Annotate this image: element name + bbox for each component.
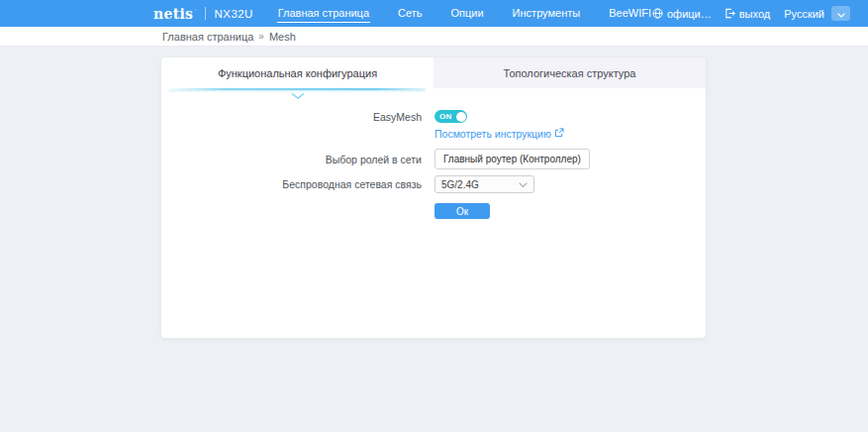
wireless-row: Беспроводная сетевая связь 5G/2.4G [161, 175, 706, 193]
instruction-link[interactable]: Посмотреть инструкцию [434, 128, 564, 140]
globe-icon [652, 8, 663, 19]
breadcrumb: Главная страница » Mesh [0, 27, 868, 47]
breadcrumb-separator: » [258, 31, 264, 42]
top-navbar: netis ’ NX32U Главная страница Сеть Опци… [0, 0, 868, 27]
logout-link[interactable]: выход [724, 8, 770, 20]
external-link-icon [554, 128, 564, 140]
role-select-button[interactable]: Главный роутер (Контроллер) [434, 149, 590, 169]
toggle-state-label: ON [439, 112, 452, 121]
active-tab-underline [169, 88, 426, 90]
page-content: Функциональная конфигурация Топологическ… [0, 47, 868, 338]
brand-name: netis [153, 7, 193, 21]
instruction-row: Посмотреть инструкцию [161, 128, 706, 140]
role-row: Выбор ролей в сети Главный роутер (Контр… [161, 149, 706, 169]
breadcrumb-root[interactable]: Главная страница [162, 31, 253, 43]
brand-logo: netis ’ NX32U [153, 7, 253, 21]
nav-item-beewifi[interactable]: BeeWIFI [608, 2, 652, 25]
mesh-card: Функциональная конфигурация Топологическ… [161, 57, 706, 338]
navbar-right: офици… выход Русский [652, 6, 868, 21]
official-site-label: офици… [667, 8, 712, 20]
tab-topological-structure-label: Топологическая структура [504, 67, 636, 79]
toggle-knob [456, 112, 466, 122]
nav-item-network[interactable]: Сеть [397, 2, 423, 25]
logout-icon [724, 8, 735, 19]
main-nav: Главная страница Сеть Опции Инструменты … [277, 2, 652, 25]
chevron-down-icon [837, 6, 845, 21]
select-chevron-down-icon [519, 179, 528, 190]
tab-functional-configuration-label: Функциональная конфигурация [218, 67, 377, 79]
language-label[interactable]: Русский [784, 8, 824, 20]
breadcrumb-current: Mesh [269, 31, 296, 43]
wireless-band-select[interactable]: 5G/2.4G [434, 175, 534, 193]
wireless-label: Беспроводная сетевая связь [161, 178, 429, 190]
language-dropdown-button[interactable] [831, 6, 850, 21]
tab-functional-configuration[interactable]: Функциональная конфигурация [161, 57, 434, 88]
instruction-link-label: Посмотреть инструкцию [434, 128, 551, 140]
tab-notch-chevron-icon [291, 89, 305, 101]
tab-bar: Функциональная конфигурация Топологическ… [161, 57, 706, 88]
easymesh-toggle[interactable]: ON [434, 110, 467, 123]
nav-item-options[interactable]: Опции [450, 2, 485, 25]
nav-item-home[interactable]: Главная страница [277, 2, 370, 25]
logout-label: выход [739, 8, 770, 20]
tab-topological-structure[interactable]: Топологическая структура [434, 57, 706, 88]
role-label: Выбор ролей в сети [161, 154, 429, 165]
wireless-band-value: 5G/2.4G [441, 179, 479, 190]
easymesh-label: EasyMesh [161, 111, 429, 123]
nav-item-tools[interactable]: Инструменты [512, 2, 582, 25]
official-site-link[interactable]: офици… [652, 8, 712, 20]
ok-row: Ок [161, 203, 706, 219]
brand-divider [205, 7, 206, 20]
easymesh-row: EasyMesh ON [161, 110, 706, 123]
brand-model: NX32U [215, 8, 253, 20]
ok-button[interactable]: Ок [434, 203, 490, 219]
easymesh-form: EasyMesh ON Посмотреть инструкцию [161, 88, 706, 219]
brand-trademark: ’ [194, 8, 195, 14]
